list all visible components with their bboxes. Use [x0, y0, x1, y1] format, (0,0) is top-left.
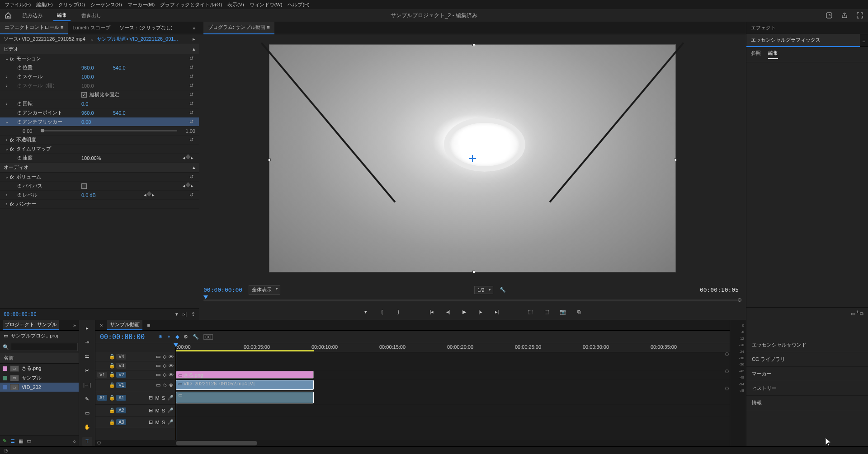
panner-group[interactable]: ›fx パンナー: [0, 200, 199, 209]
position-x-value[interactable]: 960.0: [81, 65, 113, 70]
program-viewport[interactable]: [199, 34, 746, 282]
reset-icon[interactable]: ↺: [187, 56, 195, 61]
tab-source[interactable]: ソース：(クリップなし): [115, 22, 177, 34]
track-target-v2[interactable]: V2: [116, 372, 126, 378]
menu-item[interactable]: マーカー(M): [127, 1, 155, 8]
track-header-v1[interactable]: V1 🔒 V1 ▭◇👁: [95, 379, 175, 391]
next-keyframe-icon[interactable]: ▸: [152, 192, 155, 198]
eye-icon[interactable]: 👁: [169, 372, 174, 378]
add-marker-icon[interactable]: ◆: [175, 334, 179, 340]
eye-icon[interactable]: 👁: [169, 363, 174, 369]
step-back-icon[interactable]: ◂|: [444, 308, 452, 316]
program-tab[interactable]: プログラム: サンプル動画 ≡: [203, 21, 274, 34]
list-item[interactable]: ▭ さる.png: [0, 364, 79, 373]
reset-icon[interactable]: ↺: [187, 119, 195, 125]
uniform-scale-checkbox[interactable]: [81, 92, 87, 98]
lock-icon[interactable]: 🔒: [109, 382, 114, 388]
playhead[interactable]: [176, 343, 176, 440]
prev-keyframe-icon[interactable]: ◂: [183, 155, 185, 161]
timeline-settings-icon[interactable]: ⚙: [184, 334, 188, 340]
mute-icon[interactable]: ▭: [156, 363, 160, 369]
reset-icon[interactable]: ↺: [187, 65, 195, 70]
anchor-x-value[interactable]: 960.0: [81, 110, 113, 116]
panel-menu-icon[interactable]: ≡: [147, 323, 150, 328]
play-icon[interactable]: ▶: [460, 308, 468, 316]
mute-icon[interactable]: ▭: [156, 372, 160, 378]
label-color-chip[interactable]: [3, 376, 7, 380]
icon-view-icon[interactable]: ▦: [19, 438, 23, 444]
menu-item[interactable]: ヘルプ(H): [288, 1, 309, 8]
settings-icon[interactable]: 🔧: [500, 287, 506, 293]
mute-icon[interactable]: ▭: [156, 382, 160, 388]
set-in-icon[interactable]: {: [378, 308, 386, 316]
zoom-slider-icon[interactable]: ○: [73, 439, 76, 444]
export-frame-icon[interactable]: 📷: [559, 308, 567, 316]
lock-icon[interactable]: 🔒: [109, 407, 114, 413]
menu-item[interactable]: 表示(V): [227, 1, 244, 8]
mark-in-icon[interactable]: ▾: [362, 308, 370, 316]
wrench-icon[interactable]: 🔧: [193, 334, 199, 340]
track-header-a1[interactable]: A1 🔒 A1 ⊟MS🎤: [95, 391, 175, 405]
reset-icon[interactable]: ↺: [187, 74, 195, 80]
source-timecode[interactable]: 00:00:00:00: [4, 311, 37, 317]
comparison-icon[interactable]: ⧉: [575, 308, 583, 316]
track-target-a2[interactable]: A2: [116, 407, 126, 413]
razor-tool-icon[interactable]: ✂: [82, 366, 92, 375]
bypass-checkbox[interactable]: [81, 183, 87, 189]
source-clip-label[interactable]: ソース• VID_20221126_091052.mp4: [4, 36, 85, 42]
tab-project[interactable]: プロジェクト: サンプル: [3, 320, 59, 330]
stopwatch-icon[interactable]: ⏱: [16, 74, 23, 80]
track-target-a3[interactable]: A3: [116, 419, 126, 425]
next-keyframe-icon[interactable]: ▸: [191, 155, 193, 161]
eye-icon[interactable]: 👁: [169, 354, 174, 360]
mic-icon[interactable]: 🎤: [167, 395, 174, 401]
scrub-end-marker[interactable]: [738, 298, 741, 302]
play-only-icon[interactable]: ▹|: [183, 311, 187, 317]
menu-item[interactable]: ウィンドウ(W): [250, 1, 283, 8]
sync-lock-icon[interactable]: ◇: [163, 354, 166, 360]
mic-icon[interactable]: 🎤: [167, 419, 174, 425]
chevron-right-icon[interactable]: ▸: [193, 36, 195, 42]
antiflicker-slider[interactable]: [41, 130, 177, 131]
zoom-handle-icon[interactable]: [725, 387, 729, 390]
fit-dropdown[interactable]: 全体表示: [249, 285, 280, 295]
search-input[interactable]: [11, 343, 78, 351]
stopwatch-icon[interactable]: ⏱: [16, 110, 23, 116]
selection-tool-icon[interactable]: ▸: [82, 323, 92, 333]
slip-tool-icon[interactable]: |↔|: [82, 380, 92, 389]
sync-lock-icon[interactable]: ◇: [163, 382, 166, 388]
tab-sequence[interactable]: サンプル動画: [107, 320, 142, 330]
lift-icon[interactable]: ⬚: [526, 308, 534, 316]
panel-tab-markers[interactable]: マーカー: [746, 367, 868, 381]
program-timecode-in[interactable]: 00:00:00:00: [203, 286, 242, 293]
export-frame-icon[interactable]: ⇪: [191, 311, 195, 317]
set-out-icon[interactable]: }: [394, 308, 402, 316]
track-select-tool-icon[interactable]: ⇥: [82, 337, 92, 347]
go-to-in-icon[interactable]: |◂: [428, 308, 436, 316]
subtab-edit[interactable]: 編集: [768, 50, 778, 59]
panel-tab-cc-libraries[interactable]: CC ライブラリ: [746, 352, 868, 367]
clip-png[interactable]: ▭ さる.png: [176, 371, 314, 379]
track-header-v2[interactable]: V1 🔒 V2 ▭◇👁: [95, 370, 175, 379]
motion-group[interactable]: ⌄fx モーション ↺: [0, 54, 199, 63]
add-keyframe-icon[interactable]: [185, 182, 190, 187]
menu-item[interactable]: ファイル(F): [5, 1, 31, 8]
mute-icon[interactable]: ⊟: [149, 407, 153, 413]
type-tool-icon[interactable]: T: [82, 437, 92, 446]
more-tabs-icon[interactable]: »: [73, 323, 76, 328]
tab-lumetri-scopes[interactable]: Lumetri スコープ: [68, 22, 115, 34]
lock-icon[interactable]: 🔒: [109, 354, 114, 360]
track-target-a1[interactable]: A1: [116, 395, 126, 401]
mute-icon[interactable]: ⊟: [149, 419, 153, 425]
reset-icon[interactable]: ↺: [187, 83, 195, 89]
freeform-view-icon[interactable]: ▭: [27, 438, 31, 444]
filter-icon[interactable]: ▾: [175, 311, 178, 317]
add-keyframe-icon[interactable]: [185, 154, 190, 159]
audio-section-header[interactable]: オーディオ ▴: [0, 163, 199, 173]
anchor-y-value[interactable]: 540.0: [113, 110, 145, 116]
tab-essential-graphics[interactable]: エッセンシャルグラフィックス: [746, 34, 860, 47]
lock-icon[interactable]: 🔒: [109, 395, 114, 401]
sync-lock-icon[interactable]: ◇: [163, 363, 166, 369]
reset-icon[interactable]: ↺: [187, 137, 195, 143]
source-patch[interactable]: V1: [97, 372, 107, 378]
